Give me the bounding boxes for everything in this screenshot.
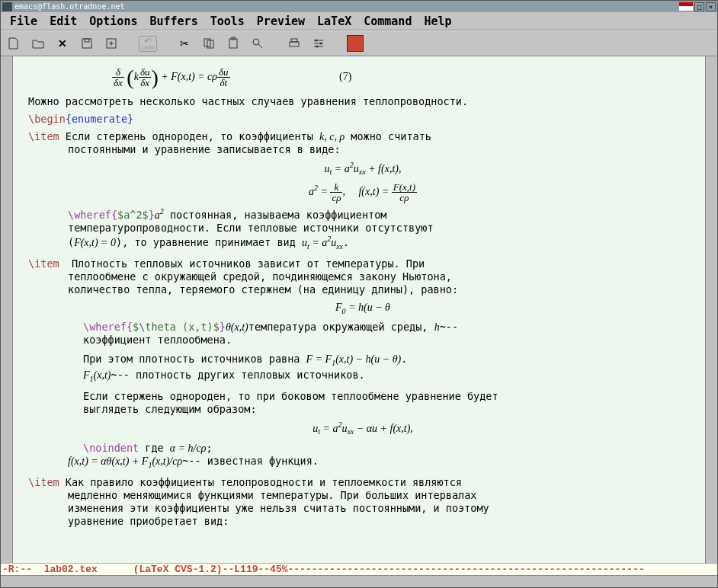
svg-rect-5 <box>229 39 237 48</box>
editor-area: δδx (kδuδx) + F(x,t) = cρδuδt (7) Можно … <box>1 56 717 563</box>
intro-text: Можно рассмотреть несколько частных случ… <box>28 95 697 108</box>
menu-buffers[interactable]: Buffers <box>145 13 202 30</box>
begin-enumerate: \begin{enumerate} <box>28 113 697 126</box>
equation-item1b: a2 = kcρ, f(x,t) = F(x,t)cρ <box>28 182 697 203</box>
menubar: File Edit Options Buffers Tools Preview … <box>1 12 717 30</box>
svg-rect-8 <box>290 42 299 46</box>
emacs-window: emacs@flash.otradnoe.net □ × File Edit O… <box>0 0 718 588</box>
kill-buffer-icon[interactable]: ✕ <box>54 35 71 52</box>
noindent-line: \noindent где α = h/cρ; <box>28 442 697 455</box>
svg-point-10 <box>316 40 318 42</box>
item-2-p4b: выглядеть следующим образом: <box>28 403 697 416</box>
item-2-line3: количество тепла, теряемого стержнем (на… <box>28 283 697 296</box>
item-1-wheref: \wheref{$a^2$}a2 постоянная, называема к… <box>28 207 697 222</box>
window-title: emacs@flash.otradnoe.net <box>14 2 125 11</box>
modeline[interactable]: -R:-- lab02.tex (LaTeX CVS-1.2)--L119--4… <box>1 563 717 575</box>
minibuffer[interactable] <box>1 575 717 587</box>
item-3: \item Как правило коэффициенты телопрово… <box>28 476 697 489</box>
help-portrait-icon[interactable]: Help <box>347 35 364 52</box>
menu-edit[interactable]: Edit <box>45 13 82 30</box>
item-2-p3c: F1(x,t)~-- плотность других тепловых ист… <box>28 369 697 384</box>
scrollbar[interactable] <box>705 56 717 563</box>
equation-7: δδx (kδuδx) + F(x,t) = cρδuδt (7) <box>28 64 697 91</box>
svg-point-12 <box>316 46 319 48</box>
language-flag-icon[interactable] <box>679 2 693 11</box>
close-icon[interactable]: × <box>706 2 716 11</box>
titlebar[interactable]: emacs@flash.otradnoe.net □ × <box>1 1 717 12</box>
save-as-icon[interactable] <box>103 35 120 52</box>
maximize-icon[interactable]: □ <box>694 2 704 11</box>
menu-latex[interactable]: LaTeX <box>313 13 356 30</box>
search-icon[interactable] <box>249 35 266 52</box>
item-1-text-b: температуропроводности. Если тепловые ис… <box>28 222 697 235</box>
svg-rect-0 <box>82 39 91 48</box>
item-1: \item Если стержень однороден, то коэффи… <box>28 130 697 144</box>
text-buffer[interactable]: δδx (kδuδx) + F(x,t) = cρδuδt (7) Можно … <box>13 56 705 563</box>
copy-icon[interactable] <box>200 35 217 52</box>
equation-item2a: F0 = h(u − θ <box>28 301 697 316</box>
item-2-wheref: \wheref{$\theta (x,t)$}θ(x,t)температура… <box>28 321 697 334</box>
left-fringe <box>1 56 13 563</box>
menu-file[interactable]: File <box>5 13 42 30</box>
undo-icon[interactable]: ↶ Undo <box>139 35 156 52</box>
menu-help[interactable]: Help <box>419 13 456 30</box>
print-icon[interactable] <box>286 35 303 52</box>
cut-icon[interactable]: ✂ <box>176 35 193 52</box>
system-menu-icon[interactable] <box>2 2 12 11</box>
item-3-line3: изменения эти коэффициенты уже нельзя сч… <box>28 502 697 515</box>
equation-item2b: ut = a2uxx − αu + f(x,t), <box>28 420 697 437</box>
preferences-icon[interactable] <box>310 35 327 52</box>
item-1-line2: постоянными и уравнение записывается в в… <box>28 143 697 156</box>
save-icon[interactable] <box>79 35 95 52</box>
new-file-icon[interactable] <box>5 35 22 52</box>
item-2-line2: теплообмене с окружающей средой, почдиня… <box>28 270 697 283</box>
svg-rect-1 <box>85 39 89 42</box>
item-2-p4a: Если стержень однороден, то при боковом … <box>28 390 697 403</box>
svg-point-11 <box>320 43 322 45</box>
item-3-line2: медленно меняющимися функциями температу… <box>28 489 697 502</box>
paste-icon[interactable] <box>225 35 242 52</box>
open-file-icon[interactable] <box>30 35 46 52</box>
menu-tools[interactable]: Tools <box>206 13 249 30</box>
item-2-p3: При этом плотность источников равна F = … <box>28 353 697 368</box>
equation-item1a: ut = a2uxx + f(x,t), <box>28 161 697 177</box>
item-2-text-c: коэффициент теплообмена. <box>28 334 697 347</box>
toolbar: ✕ ↶ Undo ✂ <box>1 30 717 56</box>
noindent-line2: f(x,t) = αθ(x,t) + F1(x,t)/cρ~-- известн… <box>28 455 697 470</box>
item-1-text-c: (F(x,t) = 0), то уравнение принимает вид… <box>28 235 697 251</box>
item-2: \item Плотность тепловых источников зави… <box>28 257 697 270</box>
item-3-line4: уравнение приобретает вид: <box>28 515 697 528</box>
svg-point-7 <box>253 39 259 45</box>
menu-command[interactable]: Command <box>359 13 416 30</box>
svg-rect-9 <box>291 39 297 42</box>
menu-preview[interactable]: Preview <box>252 13 309 30</box>
menu-options[interactable]: Options <box>85 13 142 30</box>
